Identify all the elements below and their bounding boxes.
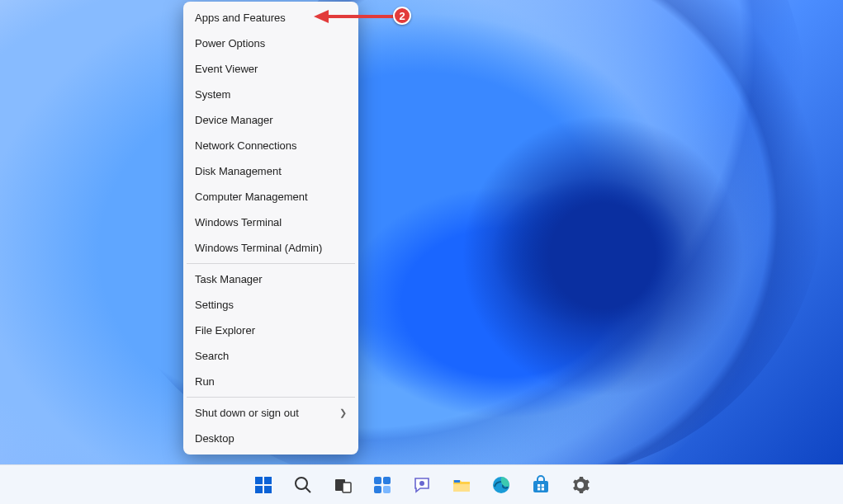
menu-power-options[interactable]: Power Options xyxy=(183,31,358,56)
store-button[interactable] xyxy=(524,469,557,502)
svg-rect-14 xyxy=(374,486,381,493)
svg-rect-4 xyxy=(255,477,263,484)
menu-settings[interactable]: Settings xyxy=(183,292,358,318)
menu-disk-management[interactable]: Disk Management xyxy=(183,158,358,184)
annotation-arrow xyxy=(312,7,403,26)
menu-divider xyxy=(187,397,355,398)
menu-item-label: Disk Management xyxy=(195,165,282,177)
svg-rect-15 xyxy=(383,486,391,493)
taskbar xyxy=(0,464,843,504)
menu-run[interactable]: Run xyxy=(183,369,358,394)
svg-rect-11 xyxy=(343,483,351,492)
widgets-button[interactable] xyxy=(366,469,399,502)
annotation-badge-2: 2 xyxy=(393,7,411,25)
wallpaper-swirl xyxy=(396,49,809,462)
svg-line-9 xyxy=(305,488,310,492)
menu-event-viewer[interactable]: Event Viewer xyxy=(183,56,358,82)
widgets-icon xyxy=(372,475,392,495)
svg-rect-22 xyxy=(541,484,543,487)
menu-system[interactable]: System xyxy=(183,82,358,107)
menu-item-label: Settings xyxy=(195,299,234,311)
svg-rect-23 xyxy=(538,488,540,490)
menu-network-connections[interactable]: Network Connections xyxy=(183,133,358,158)
chevron-right-icon: ❯ xyxy=(339,407,347,418)
search-icon xyxy=(293,475,313,495)
menu-device-manager[interactable]: Device Manager xyxy=(183,107,358,133)
menu-computer-management[interactable]: Computer Management xyxy=(183,184,358,210)
menu-item-label: Search xyxy=(195,350,229,362)
menu-windows-terminal-admin[interactable]: Windows Terminal (Admin) xyxy=(183,235,358,261)
start-button[interactable] xyxy=(247,469,280,502)
menu-item-label: Computer Management xyxy=(195,191,308,203)
svg-marker-1 xyxy=(314,10,329,23)
menu-file-explorer[interactable]: File Explorer xyxy=(183,318,358,343)
menu-item-label: Power Options xyxy=(195,37,265,49)
menu-item-label: Run xyxy=(195,375,215,388)
menu-item-label: Apps and Features xyxy=(195,12,286,24)
desktop: Apps and Features Power Options Event Vi… xyxy=(0,0,843,504)
menu-windows-terminal[interactable]: Windows Terminal xyxy=(183,210,358,235)
svg-rect-5 xyxy=(264,477,272,484)
svg-rect-21 xyxy=(538,484,540,487)
menu-item-label: Task Manager xyxy=(195,273,263,285)
menu-item-label: Device Manager xyxy=(195,114,273,126)
task-view-icon xyxy=(333,475,353,495)
svg-rect-7 xyxy=(264,486,272,493)
svg-rect-20 xyxy=(533,481,548,492)
svg-rect-24 xyxy=(541,488,543,490)
menu-item-label: Windows Terminal xyxy=(195,216,282,228)
settings-icon xyxy=(571,475,590,495)
menu-item-label: Network Connections xyxy=(195,139,297,152)
svg-rect-18 xyxy=(454,480,460,483)
menu-item-label: Shut down or sign out xyxy=(195,407,299,419)
file-explorer-icon xyxy=(452,475,471,495)
svg-point-8 xyxy=(296,478,307,489)
menu-item-label: Windows Terminal (Admin) xyxy=(195,242,322,254)
menu-shutdown-signout[interactable]: Shut down or sign out❯ xyxy=(183,400,358,426)
edge-icon xyxy=(491,475,511,495)
search-button[interactable] xyxy=(287,469,320,502)
winx-menu: Apps and Features Power Options Event Vi… xyxy=(183,2,358,455)
menu-desktop[interactable]: Desktop xyxy=(183,426,358,451)
file-explorer-button[interactable] xyxy=(445,469,478,502)
menu-item-label: File Explorer xyxy=(195,324,255,337)
task-view-button[interactable] xyxy=(326,469,359,502)
menu-item-label: Desktop xyxy=(195,432,234,445)
edge-button[interactable] xyxy=(485,469,518,502)
menu-item-label: Event Viewer xyxy=(195,63,258,75)
svg-rect-6 xyxy=(255,486,263,493)
svg-rect-17 xyxy=(453,484,470,492)
chat-button[interactable] xyxy=(405,469,438,502)
chat-icon xyxy=(412,475,432,495)
menu-divider xyxy=(187,263,355,264)
svg-point-16 xyxy=(419,481,424,486)
menu-task-manager[interactable]: Task Manager xyxy=(183,266,358,292)
svg-rect-12 xyxy=(374,477,381,484)
start-icon xyxy=(253,475,273,495)
settings-button[interactable] xyxy=(564,469,597,502)
store-icon xyxy=(531,475,551,495)
menu-search[interactable]: Search xyxy=(183,343,358,369)
menu-item-label: System xyxy=(195,88,230,101)
svg-rect-13 xyxy=(383,477,391,484)
